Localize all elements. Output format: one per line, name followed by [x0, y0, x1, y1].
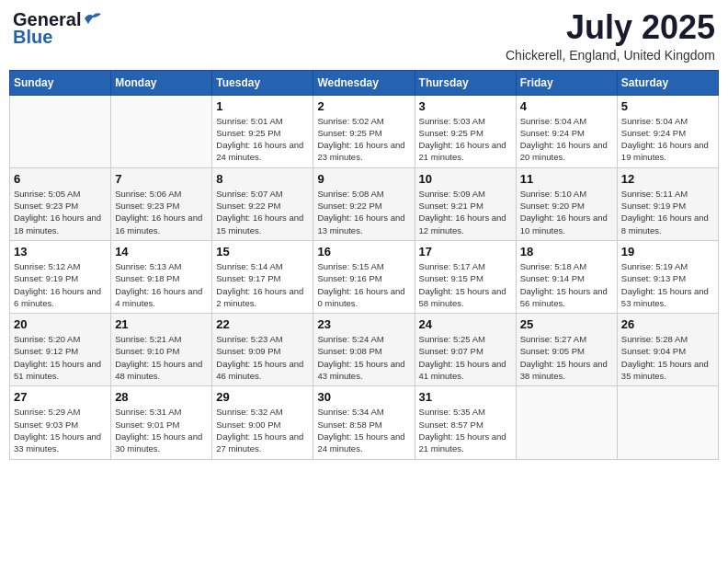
weekday-header: Saturday: [617, 70, 718, 95]
day-number: 16: [317, 245, 410, 259]
calendar-day-cell: 12Sunrise: 5:11 AM Sunset: 9:19 PM Dayli…: [617, 167, 718, 240]
weekday-header: Wednesday: [313, 70, 415, 95]
day-number: 27: [14, 390, 107, 404]
day-info: Sunrise: 5:03 AM Sunset: 9:25 PM Dayligh…: [419, 115, 512, 164]
day-number: 17: [419, 245, 512, 259]
day-number: 22: [216, 317, 309, 331]
logo-blue: Blue: [13, 27, 52, 48]
day-number: 15: [216, 245, 309, 259]
day-info: Sunrise: 5:18 AM Sunset: 9:14 PM Dayligh…: [520, 260, 613, 309]
weekday-header: Tuesday: [212, 70, 313, 95]
weekday-header: Thursday: [415, 70, 516, 95]
day-number: 26: [621, 317, 714, 331]
calendar-day-cell: 16Sunrise: 5:15 AM Sunset: 9:16 PM Dayli…: [313, 240, 415, 313]
day-number: 20: [14, 317, 107, 331]
calendar-week-row: 1Sunrise: 5:01 AM Sunset: 9:25 PM Daylig…: [10, 95, 719, 167]
day-info: Sunrise: 5:20 AM Sunset: 9:12 PM Dayligh…: [14, 333, 107, 382]
day-info: Sunrise: 5:08 AM Sunset: 9:22 PM Dayligh…: [317, 188, 410, 236]
day-number: 5: [621, 99, 714, 113]
day-info: Sunrise: 5:04 AM Sunset: 9:24 PM Dayligh…: [520, 115, 613, 164]
calendar-day-cell: [10, 95, 111, 167]
day-info: Sunrise: 5:14 AM Sunset: 9:17 PM Dayligh…: [216, 260, 309, 309]
day-info: Sunrise: 5:12 AM Sunset: 9:19 PM Dayligh…: [14, 260, 107, 309]
calendar-day-cell: 27Sunrise: 5:29 AM Sunset: 9:03 PM Dayli…: [10, 386, 111, 459]
title-area: July 2025 Chickerell, England, United Ki…: [506, 9, 715, 63]
day-info: Sunrise: 5:21 AM Sunset: 9:10 PM Dayligh…: [115, 333, 208, 382]
day-number: 8: [216, 172, 309, 186]
day-info: Sunrise: 5:29 AM Sunset: 9:03 PM Dayligh…: [14, 406, 107, 454]
day-info: Sunrise: 5:23 AM Sunset: 9:09 PM Dayligh…: [216, 333, 309, 382]
page-header: General Blue July 2025 Chickerell, Engla…: [9, 9, 719, 63]
day-number: 9: [317, 172, 410, 186]
day-number: 1: [216, 99, 309, 113]
day-number: 7: [115, 172, 208, 186]
day-info: Sunrise: 5:04 AM Sunset: 9:24 PM Dayligh…: [621, 115, 714, 164]
day-number: 6: [14, 172, 107, 186]
calendar-day-cell: 13Sunrise: 5:12 AM Sunset: 9:19 PM Dayli…: [10, 240, 111, 313]
calendar-day-cell: [111, 95, 212, 167]
calendar-day-cell: 14Sunrise: 5:13 AM Sunset: 9:18 PM Dayli…: [111, 240, 212, 313]
day-info: Sunrise: 5:13 AM Sunset: 9:18 PM Dayligh…: [115, 260, 208, 309]
calendar-day-cell: 1Sunrise: 5:01 AM Sunset: 9:25 PM Daylig…: [212, 95, 313, 167]
logo: General Blue: [13, 9, 103, 48]
calendar-header-row: SundayMondayTuesdayWednesdayThursdayFrid…: [10, 70, 719, 95]
calendar-day-cell: 6Sunrise: 5:05 AM Sunset: 9:23 PM Daylig…: [10, 167, 111, 240]
day-number: 13: [14, 245, 107, 259]
day-info: Sunrise: 5:19 AM Sunset: 9:13 PM Dayligh…: [621, 260, 714, 309]
month-title: July 2025: [506, 9, 715, 46]
calendar-week-row: 27Sunrise: 5:29 AM Sunset: 9:03 PM Dayli…: [10, 386, 719, 459]
day-number: 25: [520, 317, 613, 331]
calendar-day-cell: 31Sunrise: 5:35 AM Sunset: 8:57 PM Dayli…: [415, 386, 516, 459]
day-number: 4: [520, 99, 613, 113]
day-number: 24: [419, 317, 512, 331]
calendar-day-cell: 20Sunrise: 5:20 AM Sunset: 9:12 PM Dayli…: [10, 314, 111, 386]
day-number: 18: [520, 245, 613, 259]
calendar-day-cell: 28Sunrise: 5:31 AM Sunset: 9:01 PM Dayli…: [111, 386, 212, 459]
day-info: Sunrise: 5:34 AM Sunset: 8:58 PM Dayligh…: [317, 406, 410, 454]
day-number: 21: [115, 317, 208, 331]
calendar-day-cell: 22Sunrise: 5:23 AM Sunset: 9:09 PM Dayli…: [212, 314, 313, 386]
calendar-day-cell: 15Sunrise: 5:14 AM Sunset: 9:17 PM Dayli…: [212, 240, 313, 313]
weekday-header: Friday: [516, 70, 617, 95]
calendar-day-cell: 25Sunrise: 5:27 AM Sunset: 9:05 PM Dayli…: [516, 314, 617, 386]
day-number: 28: [115, 390, 208, 404]
day-info: Sunrise: 5:09 AM Sunset: 9:21 PM Dayligh…: [419, 188, 512, 236]
day-number: 2: [317, 99, 410, 113]
calendar-day-cell: [516, 386, 617, 459]
calendar-day-cell: 3Sunrise: 5:03 AM Sunset: 9:25 PM Daylig…: [415, 95, 516, 167]
calendar-week-row: 6Sunrise: 5:05 AM Sunset: 9:23 PM Daylig…: [10, 167, 719, 240]
location: Chickerell, England, United Kingdom: [506, 48, 715, 63]
calendar-week-row: 20Sunrise: 5:20 AM Sunset: 9:12 PM Dayli…: [10, 314, 719, 386]
day-info: Sunrise: 5:32 AM Sunset: 9:00 PM Dayligh…: [216, 406, 309, 454]
calendar-day-cell: 23Sunrise: 5:24 AM Sunset: 9:08 PM Dayli…: [313, 314, 415, 386]
calendar-week-row: 13Sunrise: 5:12 AM Sunset: 9:19 PM Dayli…: [10, 240, 719, 313]
day-info: Sunrise: 5:27 AM Sunset: 9:05 PM Dayligh…: [520, 333, 613, 382]
day-info: Sunrise: 5:17 AM Sunset: 9:15 PM Dayligh…: [419, 260, 512, 309]
calendar-day-cell: 26Sunrise: 5:28 AM Sunset: 9:04 PM Dayli…: [617, 314, 718, 386]
day-number: 3: [419, 99, 512, 113]
calendar-day-cell: 2Sunrise: 5:02 AM Sunset: 9:25 PM Daylig…: [313, 95, 415, 167]
logo-bird-icon: [83, 11, 103, 26]
day-info: Sunrise: 5:07 AM Sunset: 9:22 PM Dayligh…: [216, 188, 309, 236]
calendar-day-cell: 21Sunrise: 5:21 AM Sunset: 9:10 PM Dayli…: [111, 314, 212, 386]
day-info: Sunrise: 5:01 AM Sunset: 9:25 PM Dayligh…: [216, 115, 309, 164]
day-info: Sunrise: 5:02 AM Sunset: 9:25 PM Dayligh…: [317, 115, 410, 164]
day-number: 23: [317, 317, 410, 331]
day-info: Sunrise: 5:24 AM Sunset: 9:08 PM Dayligh…: [317, 333, 410, 382]
calendar-day-cell: 9Sunrise: 5:08 AM Sunset: 9:22 PM Daylig…: [313, 167, 415, 240]
day-info: Sunrise: 5:15 AM Sunset: 9:16 PM Dayligh…: [317, 260, 410, 309]
day-info: Sunrise: 5:25 AM Sunset: 9:07 PM Dayligh…: [419, 333, 512, 382]
calendar-day-cell: 8Sunrise: 5:07 AM Sunset: 9:22 PM Daylig…: [212, 167, 313, 240]
calendar-day-cell: 11Sunrise: 5:10 AM Sunset: 9:20 PM Dayli…: [516, 167, 617, 240]
calendar-table: SundayMondayTuesdayWednesdayThursdayFrid…: [9, 70, 719, 460]
day-info: Sunrise: 5:28 AM Sunset: 9:04 PM Dayligh…: [621, 333, 714, 382]
day-info: Sunrise: 5:35 AM Sunset: 8:57 PM Dayligh…: [419, 406, 512, 454]
day-number: 11: [520, 172, 613, 186]
day-number: 12: [621, 172, 714, 186]
weekday-header: Sunday: [10, 70, 111, 95]
calendar-day-cell: 4Sunrise: 5:04 AM Sunset: 9:24 PM Daylig…: [516, 95, 617, 167]
calendar-day-cell: 18Sunrise: 5:18 AM Sunset: 9:14 PM Dayli…: [516, 240, 617, 313]
day-number: 10: [419, 172, 512, 186]
day-info: Sunrise: 5:10 AM Sunset: 9:20 PM Dayligh…: [520, 188, 613, 236]
calendar-day-cell: 30Sunrise: 5:34 AM Sunset: 8:58 PM Dayli…: [313, 386, 415, 459]
